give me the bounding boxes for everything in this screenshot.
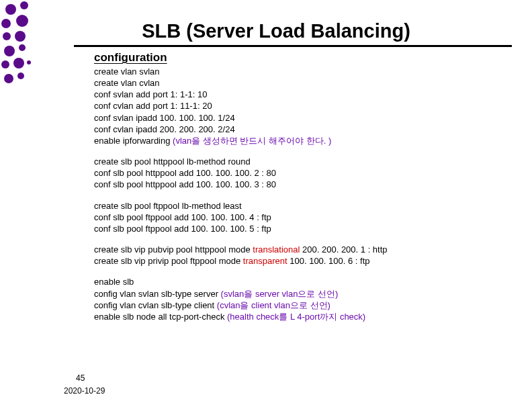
cmd-line: config vlan svlan slb-type server (svlan…	[94, 288, 505, 300]
page-title: SLB (Server Load Balancing)	[47, 20, 505, 42]
cmd-line: conf svlan add port 1: 1-1: 10	[94, 89, 505, 100]
config-block-1: create vlan svlan create vlan cvlan conf…	[94, 66, 505, 146]
cmd-line: config vlan cvlan slb-type client (cvlan…	[94, 300, 505, 311]
cmd-line: create vlan svlan	[94, 66, 505, 77]
cmd-note: (health check를 L 4-port까지 check)	[227, 312, 365, 322]
cmd-line: conf slb pool httppool add 100. 100. 100…	[94, 167, 505, 179]
decorative-dots	[0, 0, 47, 411]
footer-date: 2020-10-29	[64, 385, 105, 398]
cmd-line: create slb vip privip pool ftppool mode …	[94, 255, 505, 267]
title-underline	[74, 45, 512, 47]
cmd-line: conf cvlan ipadd 200. 200. 200. 2/24	[94, 124, 505, 135]
cmd-line: create slb pool ftppool lb-method least	[94, 200, 505, 212]
cmd-line: conf slb pool ftppool add 100. 100. 100.…	[94, 212, 505, 223]
cmd-text: config vlan svlan slb-type server	[94, 289, 221, 299]
cmd-note: (cvlan을 client vlan으로 선언)	[217, 300, 330, 310]
cmd-line: create slb vip pubvip pool httppool mode…	[94, 244, 505, 255]
cmd-text: 100. 100. 100. 6 : ftp	[287, 256, 370, 266]
cmd-line: conf svlan ipadd 100. 100. 100. 1/24	[94, 112, 505, 124]
cmd-line: enable slb node all tcp-port-check (heal…	[94, 311, 505, 322]
cmd-keyword: transparent	[243, 256, 287, 266]
config-block-4: create slb vip pubvip pool httppool mode…	[94, 244, 505, 267]
cmd-note: (vlan을 생성하면 반드시 해주어야 한다. )	[173, 136, 331, 146]
cmd-line: create slb pool httppool lb-method round	[94, 156, 505, 167]
slide-content: SLB (Server Load Balancing) configuratio…	[47, 0, 532, 411]
cmd-line: conf slb pool ftppool add 100. 100. 100.…	[94, 223, 505, 234]
cmd-text: enable ipforwarding	[94, 136, 173, 146]
cmd-text: enable slb node all tcp-port-check	[94, 312, 227, 322]
cmd-text: config vlan cvlan slb-type client	[94, 300, 217, 310]
cmd-text: create slb vip pubvip pool httppool mode	[94, 244, 253, 255]
section-subtitle: configuration	[94, 51, 505, 64]
cmd-line: conf cvlan add port 1: 11-1: 20	[94, 100, 505, 111]
cmd-line: enable slb	[94, 276, 505, 287]
cmd-note: (svlan을 server vlan으로 선언)	[221, 289, 339, 299]
config-block-2: create slb pool httppool lb-method round…	[94, 156, 505, 190]
cmd-text: 200. 200. 200. 1 : http	[300, 244, 387, 255]
cmd-text: create slb vip privip pool ftppool mode	[94, 256, 243, 266]
cmd-line: enable ipforwarding (vlan을 생성하면 반드시 해주어야…	[94, 135, 505, 146]
slide-footer: 45 2020-10-29	[64, 372, 105, 398]
config-block-5: enable slb config vlan svlan slb-type se…	[94, 276, 505, 322]
page-number: 45	[76, 372, 105, 385]
cmd-keyword: translational	[253, 244, 300, 255]
cmd-line: create vlan cvlan	[94, 77, 505, 89]
config-block-3: create slb pool ftppool lb-method least …	[94, 200, 505, 234]
cmd-line: conf slb pool httppool add 100. 100. 100…	[94, 179, 505, 190]
